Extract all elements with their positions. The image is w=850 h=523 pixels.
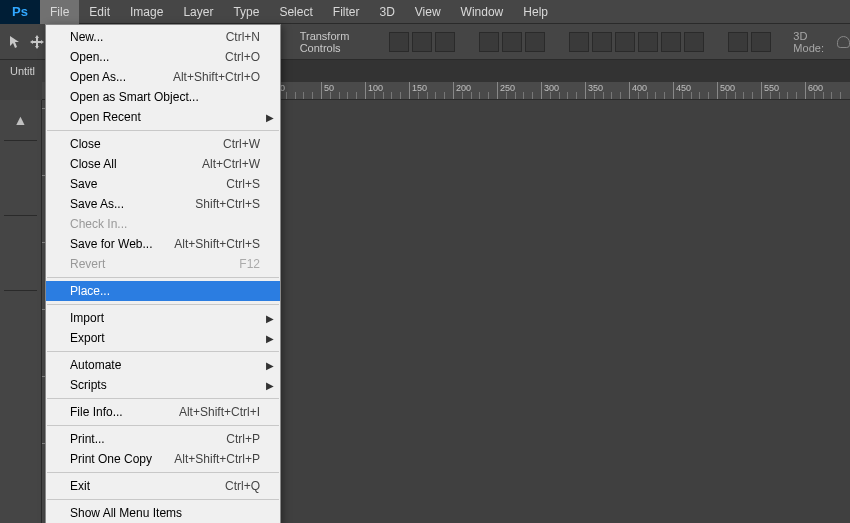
menu-item-label: Revert [70,257,105,271]
menu-item-open-as-smart-object[interactable]: Open as Smart Object... [46,87,280,107]
distribute-group [569,32,704,52]
menu-view[interactable]: View [405,0,451,24]
menu-item-shortcut: Ctrl+P [226,432,260,446]
dist-button[interactable] [661,32,681,52]
move-arrows-icon [29,30,46,54]
menu-item-label: Print... [70,432,105,446]
menu-item-check-in: Check In... [46,214,280,234]
tool-move-icon[interactable]: ▲ [7,106,35,134]
menu-item-print[interactable]: Print...Ctrl+P [46,429,280,449]
cloud-icon[interactable] [837,36,850,48]
menu-item-label: Save for Web... [70,237,152,251]
menu-item-new[interactable]: New...Ctrl+N [46,27,280,47]
document-tab[interactable]: Untitl [0,60,45,82]
menu-item-label: Open as Smart Object... [70,90,199,104]
menu-item-show-all-menu-items[interactable]: Show All Menu Items [46,503,280,523]
tool-slot[interactable] [7,331,35,359]
align-button[interactable] [389,32,409,52]
menu-item-label: Close [70,137,101,151]
menu-item-file-info[interactable]: File Info...Alt+Shift+Ctrl+I [46,402,280,422]
move-tool-icon[interactable] [8,30,25,54]
menu-item-label: Open... [70,50,109,64]
ruler-tick: 50 [321,82,334,99]
align-button[interactable] [412,32,432,52]
dist-button[interactable] [638,32,658,52]
menu-item-save-for-web[interactable]: Save for Web...Alt+Shift+Ctrl+S [46,234,280,254]
app-logo: Ps [0,0,40,24]
auto-align-group [728,32,771,52]
file-menu-dropdown: New...Ctrl+NOpen...Ctrl+OOpen As...Alt+S… [45,24,281,523]
menu-item-label: Open As... [70,70,126,84]
menu-item-shortcut: Alt+Shift+Ctrl+S [174,237,260,251]
transform-controls-label: Transform Controls [300,30,366,54]
align-button[interactable] [525,32,545,52]
menu-item-label: Automate [70,358,121,372]
menu-type[interactable]: Type [223,0,269,24]
menu-item-print-one-copy[interactable]: Print One CopyAlt+Shift+Ctrl+P [46,449,280,469]
menu-item-shortcut: Alt+Ctrl+W [202,157,260,171]
menu-separator [47,351,279,352]
menu-item-save[interactable]: SaveCtrl+S [46,174,280,194]
menu-item-shortcut: Alt+Shift+Ctrl+P [174,452,260,466]
tools-panel: ▲ [0,100,42,523]
menu-item-open-as[interactable]: Open As...Alt+Shift+Ctrl+O [46,67,280,87]
menu-image[interactable]: Image [120,0,173,24]
menu-item-open[interactable]: Open...Ctrl+O [46,47,280,67]
menu-item-shortcut: F12 [239,257,260,271]
menu-item-shortcut: Ctrl+N [226,30,260,44]
menu-file[interactable]: File [40,0,79,24]
menu-item-shortcut: Ctrl+W [223,137,260,151]
menu-item-label: Exit [70,479,90,493]
tool-slot[interactable] [7,147,35,175]
menu-item-close-all[interactable]: Close AllAlt+Ctrl+W [46,154,280,174]
menu-item-exit[interactable]: ExitCtrl+Q [46,476,280,496]
align-button[interactable] [479,32,499,52]
tool-slot[interactable] [7,181,35,209]
three-d-mode-label: 3D Mode: [793,30,826,54]
menu-separator [47,304,279,305]
menu-item-shortcut: Alt+Shift+Ctrl+I [179,405,260,419]
auto-button[interactable] [728,32,748,52]
menu-separator [47,472,279,473]
menu-item-import[interactable]: Import▶ [46,308,280,328]
align-group-2 [479,32,545,52]
submenu-arrow-icon: ▶ [266,360,274,371]
menu-item-label: Scripts [70,378,107,392]
menu-item-revert: RevertF12 [46,254,280,274]
menu-edit[interactable]: Edit [79,0,120,24]
menu-separator [47,277,279,278]
menu-item-shortcut: Ctrl+Q [225,479,260,493]
tool-slot[interactable] [7,222,35,250]
menu-filter[interactable]: Filter [323,0,370,24]
auto-button[interactable] [751,32,771,52]
menu-select[interactable]: Select [269,0,322,24]
menu-3d[interactable]: 3D [369,0,404,24]
dist-button[interactable] [615,32,635,52]
dist-button[interactable] [684,32,704,52]
menu-item-label: File Info... [70,405,123,419]
menu-item-shortcut: Ctrl+O [225,50,260,64]
menu-item-place[interactable]: Place... [46,281,280,301]
submenu-arrow-icon: ▶ [266,313,274,324]
menu-item-shortcut: Alt+Shift+Ctrl+O [173,70,260,84]
menu-window[interactable]: Window [451,0,514,24]
menu-help[interactable]: Help [513,0,558,24]
align-button[interactable] [435,32,455,52]
menu-item-label: Export [70,331,105,345]
menu-item-export[interactable]: Export▶ [46,328,280,348]
menu-item-close[interactable]: CloseCtrl+W [46,134,280,154]
align-button[interactable] [502,32,522,52]
dist-button[interactable] [592,32,612,52]
menu-item-open-recent[interactable]: Open Recent▶ [46,107,280,127]
menu-item-shortcut: Shift+Ctrl+S [195,197,260,211]
tool-slot[interactable] [7,256,35,284]
menu-item-save-as[interactable]: Save As...Shift+Ctrl+S [46,194,280,214]
menubar: Ps FileEditImageLayerTypeSelectFilter3DV… [0,0,850,24]
menu-item-automate[interactable]: Automate▶ [46,355,280,375]
menu-item-scripts[interactable]: Scripts▶ [46,375,280,395]
menu-separator [47,130,279,131]
menu-item-label: Open Recent [70,110,141,124]
dist-button[interactable] [569,32,589,52]
menu-layer[interactable]: Layer [173,0,223,24]
tool-slot[interactable] [7,297,35,325]
